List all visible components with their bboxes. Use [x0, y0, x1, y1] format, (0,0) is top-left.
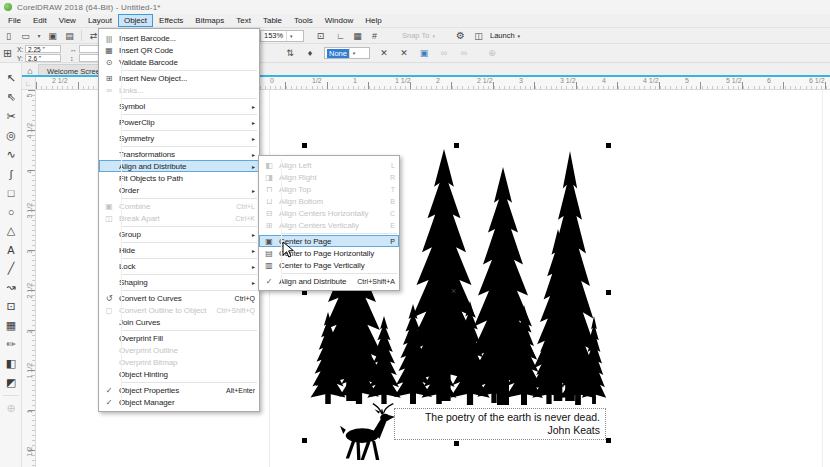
- object-menu-item[interactable]: Overprint Bitmap: [99, 356, 259, 368]
- menubar-item[interactable]: Layout: [82, 14, 118, 27]
- menubar-item[interactable]: Text: [230, 14, 257, 27]
- object-menu-item[interactable]: ∞ Links...: [99, 84, 259, 96]
- interactive-effect-tool-icon[interactable]: ⊡: [0, 297, 22, 316]
- eyedropper-tool-icon[interactable]: ✏: [0, 335, 22, 354]
- open-dropdown-caret-icon[interactable]: ▾: [35, 29, 43, 42]
- menubar-item[interactable]: Effects: [153, 14, 189, 27]
- align-submenu-item[interactable]: ⊔ Align Bottom B: [259, 195, 399, 207]
- selection-handle[interactable]: [454, 441, 459, 446]
- menubar-item[interactable]: Object: [118, 14, 153, 27]
- object-menu-item[interactable]: PowerClip ▸: [99, 116, 259, 128]
- artistic-media-tool-icon[interactable]: ∫: [0, 164, 22, 183]
- object-menu-item[interactable]: Lock ▸: [99, 260, 259, 272]
- object-menu-item[interactable]: ⊞ Insert New Object...: [99, 72, 259, 84]
- menubar-item[interactable]: Window: [319, 14, 359, 27]
- menubar-item[interactable]: View: [53, 14, 82, 27]
- chevron-down-icon[interactable]: ▾: [349, 48, 358, 58]
- object-menu-item[interactable]: Overprint Outline: [99, 344, 259, 356]
- selection-handle[interactable]: [302, 143, 307, 148]
- align-submenu-item[interactable]: ◨ Align Right R: [259, 171, 399, 183]
- object-menu-item[interactable]: Group ▸: [99, 228, 259, 240]
- menubar-item[interactable]: Edit: [27, 14, 53, 27]
- object-menu-item[interactable]: ||| Insert Barcode...: [99, 32, 259, 44]
- freehand-tool-icon[interactable]: ∿: [0, 145, 22, 164]
- menubar-item[interactable]: Help: [359, 14, 387, 27]
- object-menu-item[interactable]: Symbol ▸: [99, 100, 259, 112]
- menubar-item[interactable]: Tools: [288, 14, 319, 27]
- polygon-tool-icon[interactable]: △: [0, 221, 22, 240]
- object-menu-item[interactable]: ▣ Combine Ctrl+L: [99, 200, 259, 212]
- new-document-icon[interactable]: ▯: [1, 29, 16, 42]
- fullscreen-preview-icon[interactable]: ⊡: [313, 29, 328, 42]
- object-menu-item[interactable]: ↺ Convert to Curves Ctrl+Q: [99, 292, 259, 304]
- pick-tool-icon[interactable]: ↖: [0, 69, 22, 88]
- outline-width-combo[interactable]: None ▾: [324, 47, 370, 59]
- align-submenu-item[interactable]: ▤ Center to Page Horizontally: [259, 247, 399, 259]
- open-icon[interactable]: ▭: [18, 29, 33, 42]
- object-menu-item[interactable]: Fit Objects to Path: [99, 172, 259, 184]
- clear-distortion-icon[interactable]: ✕: [376, 47, 392, 60]
- object-menu-item[interactable]: Object Hinting: [99, 368, 259, 380]
- object-menu-item[interactable]: Order ▸: [99, 184, 259, 196]
- ellipse-tool-icon[interactable]: ○: [0, 202, 22, 221]
- object-menu-item[interactable]: Join Curves: [99, 316, 259, 328]
- show-rulers-icon[interactable]: ∟: [333, 29, 348, 42]
- zoom-level-combo[interactable]: 153% ▾: [260, 30, 304, 42]
- text-tool-icon[interactable]: A: [0, 240, 22, 259]
- launch-dropdown[interactable]: ◫ Launch ▾: [470, 29, 520, 42]
- edit-fill-icon[interactable]: ▣: [416, 47, 432, 60]
- align-submenu-item[interactable]: ✓ Align and Distribute Ctrl+Shift+A: [259, 275, 399, 287]
- mesh-fill-tool-icon[interactable]: ▦: [0, 316, 22, 335]
- rectangle-tool-icon[interactable]: □: [0, 183, 22, 202]
- connector-tool-icon[interactable]: ↝: [0, 278, 22, 297]
- y-position-field[interactable]: 2.6 ": [25, 54, 61, 62]
- align-submenu-item[interactable]: ▣ Center to Page P: [259, 235, 399, 247]
- object-menu-item[interactable]: Hide ▸: [99, 244, 259, 256]
- show-grid-icon[interactable]: ▦: [350, 29, 365, 42]
- object-menu-item[interactable]: ✓ Object Properties Alt+Enter: [99, 384, 259, 396]
- zoom-tool-icon[interactable]: ◎: [0, 126, 22, 145]
- object-menu-item[interactable]: ✓ Object Manager: [99, 396, 259, 408]
- menubar-item[interactable]: Table: [257, 14, 288, 27]
- object-menu-item[interactable]: Align and Distribute ▸: [99, 160, 259, 172]
- object-menu-item[interactable]: ◫ Break Apart Ctrl+K: [99, 212, 259, 224]
- object-menu-item[interactable]: Overprint Fill: [99, 332, 259, 344]
- selection-handle[interactable]: [606, 143, 611, 148]
- print-icon[interactable]: ▤: [62, 29, 77, 42]
- options-gear-icon[interactable]: ⚙: [453, 29, 468, 42]
- ruler-label: 1/2: [312, 77, 322, 84]
- x-position-field[interactable]: 2.25 ": [25, 45, 61, 53]
- show-guidelines-icon[interactable]: #: [367, 29, 382, 42]
- object-menu-item[interactable]: Transformations ▸: [99, 148, 259, 160]
- line-tool-icon[interactable]: ╱: [0, 259, 22, 278]
- menubar-item[interactable]: Bitmaps: [189, 14, 230, 27]
- object-position-icon: ⊞: [3, 47, 12, 60]
- clear-envelope-icon[interactable]: ✕: [396, 47, 412, 60]
- align-submenu-item[interactable]: ⊟ Align Centers Horizontally C: [259, 207, 399, 219]
- selection-handle[interactable]: [454, 143, 459, 148]
- align-submenu-item[interactable]: ⊓ Align Top T: [259, 183, 399, 195]
- object-menu-item[interactable]: ◻ Convert Outline to Object Ctrl+Shift+Q: [99, 304, 259, 316]
- smart-fill-tool-icon[interactable]: ◧: [0, 354, 22, 373]
- crop-tool-icon[interactable]: ✂: [0, 107, 22, 126]
- selection-handle[interactable]: [606, 290, 611, 295]
- snap-to-dropdown[interactable]: Snap To ▾: [402, 31, 436, 40]
- align-submenu-item[interactable]: ⊞ Align Centers Vertically E: [259, 219, 399, 231]
- add-tool-icon[interactable]: ⊕: [0, 399, 22, 418]
- selection-handle[interactable]: [302, 438, 307, 443]
- selection-handle[interactable]: [606, 438, 611, 443]
- ruler-label: 5: [26, 89, 33, 103]
- object-menu-item[interactable]: ▦ Insert QR Code: [99, 44, 259, 56]
- shape-tool-icon[interactable]: ⇖: [0, 88, 22, 107]
- align-submenu-item[interactable]: ▥ Center to Page Vertically: [259, 259, 399, 271]
- chevron-down-icon[interactable]: ▾: [286, 31, 295, 41]
- object-menu-item[interactable]: Shaping ▸: [99, 276, 259, 288]
- swap-icon[interactable]: ⇅: [282, 47, 298, 60]
- object-menu-item[interactable]: ⊙ Validate Barcode: [99, 56, 259, 68]
- menubar-item[interactable]: File: [2, 14, 27, 27]
- interactive-fill-tool-icon[interactable]: ◩: [0, 373, 22, 392]
- quote-text-object[interactable]: The poetry of the earth is never dead. J…: [394, 408, 606, 440]
- save-icon[interactable]: ▣: [45, 29, 60, 42]
- align-submenu-item[interactable]: ◧ Align Left L: [259, 159, 399, 171]
- object-menu-item[interactable]: Symmetry ▸: [99, 132, 259, 144]
